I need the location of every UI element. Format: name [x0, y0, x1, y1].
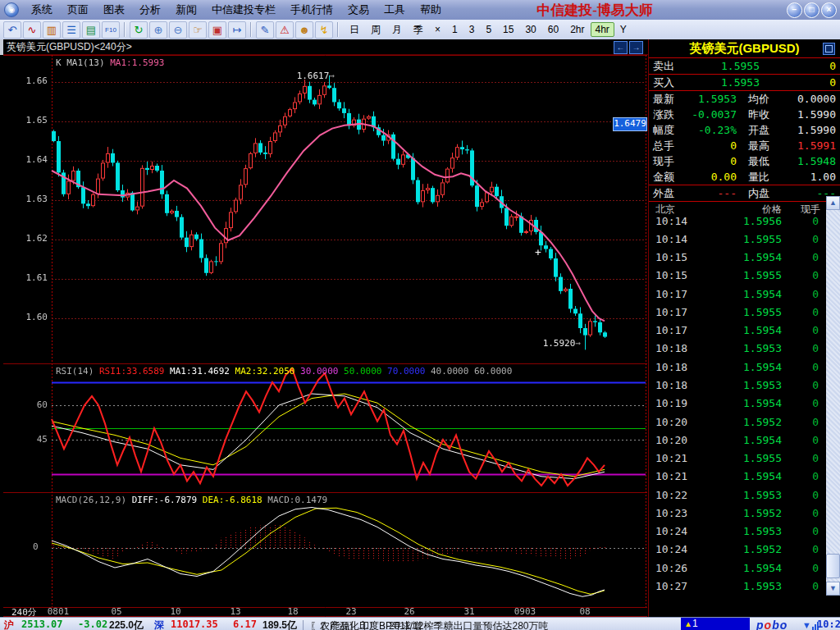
page-next-button[interactable]: → [629, 41, 643, 54]
drag-hand-icon[interactable]: ☞ [189, 21, 207, 39]
period-×[interactable]: × [429, 22, 446, 37]
tick-cell: 0 [782, 324, 827, 336]
period-周[interactable]: 周 [365, 21, 386, 39]
period-4hr[interactable]: 4hr [591, 22, 614, 37]
menu-item-9[interactable]: 帮助 [413, 0, 449, 20]
menu-item-4[interactable]: 新闻 [168, 0, 204, 20]
tick-row[interactable]: 10:201.59520 [649, 413, 827, 431]
window-cascade-icon[interactable]: ▣ [208, 21, 226, 39]
line-chart-icon[interactable]: ∿ [23, 21, 41, 39]
menu-bar: 系统页面图表分析新闻中信建投专栏手机行情交易工具帮助 [24, 0, 449, 20]
tick-cell: 1.5954 [706, 470, 782, 482]
tick-row[interactable]: 10:261.59540 [649, 559, 827, 577]
period-3[interactable]: 3 [463, 22, 481, 37]
tick-row[interactable]: 10:151.59550 [649, 267, 827, 285]
quote-label: 最低 [748, 154, 788, 169]
restore-button[interactable]: □ [804, 2, 819, 18]
close-button[interactable]: × [821, 2, 837, 18]
zoom-in-icon[interactable]: ⊕ [149, 21, 167, 39]
tick-row[interactable]: 10:241.59530 [649, 523, 827, 541]
tick-cell: 1.5954 [706, 562, 782, 574]
tick-row[interactable]: 10:221.59530 [649, 486, 827, 504]
tick-row[interactable]: 10:171.59550 [649, 303, 827, 321]
menu-item-2[interactable]: 图表 [96, 0, 132, 20]
tick-row[interactable]: 10:211.59550 [649, 449, 827, 467]
tick-row[interactable]: 10:181.59540 [649, 358, 827, 376]
quote-value: 0.0000 [788, 93, 836, 105]
period-月[interactable]: 月 [386, 21, 408, 39]
tick-row[interactable]: 10:151.59540 [649, 249, 827, 267]
scroll-thumb[interactable] [826, 554, 840, 578]
tick-row[interactable]: 10:211.59540 [649, 468, 827, 486]
scroll-up-button[interactable]: ▲ [826, 196, 840, 210]
tick-cell: 1.5953 [706, 580, 782, 592]
period-60[interactable]: 60 [542, 22, 564, 37]
period-季[interactable]: 季 [408, 21, 429, 39]
minimize-button[interactable]: − [787, 2, 802, 18]
panel-maximize-icon[interactable] [823, 43, 835, 55]
tick-row[interactable]: 10:241.59520 [649, 541, 827, 559]
zoom-out-icon[interactable]: ⊖ [169, 21, 187, 39]
tick-scrollbar[interactable]: ▲ ▼ [826, 196, 840, 596]
scroll-down-button[interactable]: ▼ [826, 582, 840, 596]
quote-value: 0 [687, 155, 737, 167]
tick-row[interactable]: 10:171.59540 [649, 322, 827, 340]
window-next-icon[interactable]: ↦ [228, 21, 246, 39]
menu-item-7[interactable]: 交易 [340, 0, 377, 20]
tick-list: 10:141.5956010:141.5955010:151.5954010:1… [649, 212, 827, 596]
quote-value: 1.5990 [788, 108, 836, 121]
time-axis-label: 13 [217, 606, 253, 617]
period-1[interactable]: 1 [446, 22, 463, 37]
period-日[interactable]: 日 [344, 21, 365, 39]
crosshair-cursor: + [535, 246, 541, 258]
lightning-icon[interactable]: ↯ [315, 21, 333, 39]
tick-cell: 1.5953 [706, 379, 782, 391]
tick-cell: 0 [782, 361, 827, 373]
system-menu-icon[interactable]: ◉ [4, 2, 19, 17]
price-axis-label: 1.62 [0, 233, 48, 244]
refresh-icon[interactable]: ↻ [130, 21, 148, 39]
tick-row[interactable]: 10:141.59560 [649, 212, 827, 230]
shenzhen-index: 11017.35 [171, 619, 218, 630]
period-15[interactable]: 15 [497, 22, 519, 37]
tick-row[interactable]: 10:181.59530 [649, 376, 827, 394]
tick-row[interactable]: 10:201.59540 [649, 431, 827, 449]
tick-row[interactable]: 10:191.59540 [649, 395, 827, 413]
back-icon[interactable]: ↶ [3, 21, 21, 39]
candlestick-chart-canvas[interactable] [0, 55, 648, 617]
tick-cell: 0 [782, 215, 827, 227]
tick-row[interactable]: 10:231.59520 [649, 504, 827, 522]
time-axis-label: 05 [98, 606, 135, 617]
quote-board-icon[interactable]: ☰ [62, 21, 80, 39]
axis-price-tag: 1.6479 [613, 117, 647, 131]
period-5[interactable]: 5 [480, 22, 497, 37]
period-2hr[interactable]: 2hr [564, 22, 590, 37]
quote-label: 现手 [653, 154, 687, 169]
period-Y[interactable]: Y [614, 22, 632, 37]
menu-item-8[interactable]: 工具 [377, 0, 413, 20]
shenzhen-volume: 189.5亿 [262, 619, 297, 630]
time-axis-label: 08 [567, 606, 603, 617]
period-30[interactable]: 30 [519, 22, 541, 37]
alarm-icon[interactable]: ⚠ [276, 21, 294, 39]
candlestick-chart-icon[interactable]: ▥ [43, 21, 61, 39]
tick-row[interactable]: 10:181.59530 [649, 340, 827, 358]
news-ticker[interactable]: 〖农产品〗印度：2011/12榨季糖出口量预估达280万吨 〖能源化工〗BP寻求… [310, 619, 679, 630]
f10-icon[interactable]: F10 [102, 21, 120, 39]
tick-row[interactable]: 10:271.59530 [649, 577, 827, 595]
menu-item-1[interactable]: 页面 [60, 0, 96, 20]
menu-item-0[interactable]: 系统 [24, 0, 60, 20]
menu-item-5[interactable]: 中信建投专栏 [204, 0, 283, 20]
alert-indicator[interactable]: ▲1 [681, 618, 750, 630]
draw-tool-icon[interactable]: ✎ [256, 21, 274, 39]
tick-cell: 1.5952 [706, 543, 782, 555]
page-prev-button[interactable]: ← [614, 41, 628, 54]
menu-item-6[interactable]: 手机行情 [283, 0, 340, 20]
users-icon[interactable]: ☻ [295, 21, 313, 39]
title-bar: ◉ 系统页面图表分析新闻中信建投专栏手机行情交易工具帮助 中信建投-博易大师 −… [0, 0, 840, 20]
menu-item-3[interactable]: 分析 [132, 0, 168, 20]
quote-row: 最新1.5953均价0.0000 [649, 91, 840, 107]
tick-row[interactable]: 10:171.59540 [649, 285, 827, 303]
report-icon[interactable]: ▤ [82, 21, 100, 39]
tick-row[interactable]: 10:141.59550 [649, 230, 827, 248]
